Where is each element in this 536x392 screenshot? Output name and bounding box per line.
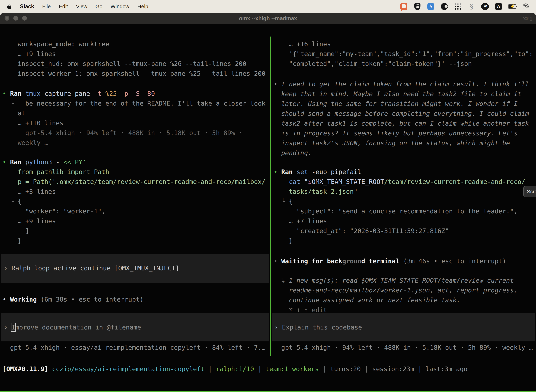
- menu-item-help[interactable]: Help: [137, 4, 148, 9]
- window-title-bar[interactable]: omx --xhigh --madmax ⌥⌘1: [0, 13, 536, 24]
- inactive-pane-border: [271, 356, 536, 356]
- window-shortcut-badge: ⌥⌘1: [523, 16, 532, 22]
- usage-badge[interactable]: ..61: [481, 2, 489, 10]
- input-placeholder: Explain this codebase: [282, 324, 362, 331]
- dot-grid-icon[interactable]: [454, 2, 462, 10]
- wifi-icon[interactable]: [522, 2, 530, 10]
- omx-session-status-line: [OMX#0.11.9] cczip/essay/ai-reimplementa…: [0, 364, 536, 374]
- active-pane-border: [0, 356, 271, 356]
- menu-item-window[interactable]: Window: [111, 4, 129, 9]
- macos-menu-bar: Slack File Edit View Go Window Help ϟ § …: [0, 0, 536, 13]
- menu-item-file[interactable]: File: [42, 4, 51, 9]
- prompt-chevron: ›: [4, 324, 11, 331]
- prompt-input-left[interactable]: › Improve documentation in @filename: [1, 313, 269, 341]
- ran-tmux-capture-block: • Ran tmux capture-pane -t %25 -p -S -80…: [0, 89, 270, 148]
- menu-item-go[interactable]: Go: [96, 4, 103, 9]
- tree-connector-line: [12, 168, 12, 196]
- tmux-host-clock: "MacBook-Pro-44.local" 05:03 31-Mar-26: [389, 391, 536, 392]
- stats-app-icon[interactable]: ϟ: [427, 2, 435, 10]
- squiggle-icon[interactable]: §: [467, 2, 475, 10]
- apple-menu-icon[interactable]: [7, 4, 12, 9]
- shield-icon[interactable]: [413, 2, 421, 10]
- left-tmux-pane: workspace_mode: worktree … +9 lines insp…: [0, 37, 270, 356]
- config-output-block: workspace_mode: worktree … +9 lines insp…: [0, 39, 270, 79]
- window-title: omx --xhigh --madmax: [0, 15, 536, 22]
- screen-tooltip: Scre: [523, 186, 536, 197]
- json-output-block: … +16 lines '{"team_name":"my-team","tas…: [271, 39, 536, 69]
- ralph-loop-text: › Ralph loop active continue [OMX_TMUX_I…: [4, 263, 269, 273]
- tree-connector-line: [283, 178, 283, 206]
- agent-thinking-block: • I need to get the claim token from the…: [271, 79, 536, 158]
- prompt-chevron: ›: [274, 324, 282, 331]
- menu-app-name[interactable]: Slack: [20, 3, 34, 10]
- input-placeholder: mprove documentation in @filename: [15, 324, 141, 331]
- battery-icon[interactable]: [508, 2, 516, 10]
- new-message-note-block: ↳ 1 new msg(s): read $OMX_TEAM_STATE_ROO…: [271, 275, 536, 315]
- working-status-line: • Working (6m 38s • esc to interrupt): [0, 294, 270, 304]
- chat-app-icon[interactable]: [400, 2, 408, 10]
- ran-python3-block: • Ran python3 - <<'PY' from pathlib impo…: [0, 157, 270, 246]
- model-status-line-right: gpt-5.4 xhigh · 94% left · 488K in · 5.1…: [271, 343, 536, 352]
- menu-item-view[interactable]: View: [76, 4, 87, 9]
- terminal-content: workspace_mode: worktree … +9 lines insp…: [0, 37, 536, 392]
- right-tmux-pane: … +16 lines '{"team_name":"my-team","tas…: [271, 37, 536, 356]
- menu-item-edit[interactable]: Edit: [59, 4, 68, 9]
- tmux-session-name[interactable]: [omx-cczip0:bash*: [0, 391, 67, 392]
- screen: Slack File Edit View Go Window Help ϟ § …: [0, 0, 536, 392]
- terminal-window: omx --xhigh --madmax ⌥⌘1 workspace_mode:…: [0, 13, 536, 392]
- tmux-status-bar: [omx-cczip0:bash* "MacBook-Pro-44.local"…: [0, 391, 536, 392]
- pane-divider[interactable]: [270, 37, 271, 356]
- prompt-input-right[interactable]: › Explain this codebase: [272, 313, 535, 341]
- waiting-status-line: • Waiting for background terminal (3m 46…: [271, 256, 536, 266]
- disk-icon[interactable]: [440, 2, 448, 10]
- input-source-icon[interactable]: A: [494, 2, 502, 10]
- ran-cat-task-block: • Ran set -euo pipefail cat "$OMX_TEAM_S…: [271, 167, 536, 246]
- text-cursor: I: [11, 323, 16, 332]
- model-status-line-left: gpt-5.4 xhigh · essay/ai-reimplementatio…: [0, 343, 270, 352]
- ralph-loop-notice-box: › Ralph loop active continue [OMX_TMUX_I…: [1, 254, 269, 283]
